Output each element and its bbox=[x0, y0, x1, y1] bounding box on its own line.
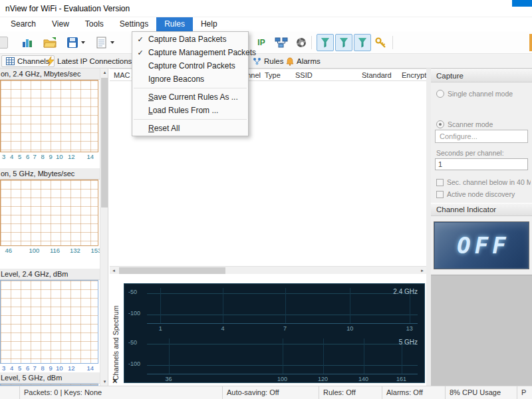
network-button[interactable] bbox=[273, 34, 290, 51]
menu-item-label: Reset All bbox=[148, 124, 248, 133]
grid-line bbox=[323, 338, 324, 374]
save-button[interactable] bbox=[64, 34, 81, 51]
status-rules: Rules: Off bbox=[319, 386, 382, 399]
chart-title: Level, 2.4 GHz, dBm bbox=[0, 269, 100, 280]
capture-panel: Capture Single channel mode Scanner mode… bbox=[431, 68, 532, 386]
save-dropdown-arrow-icon[interactable] bbox=[81, 41, 85, 44]
utilization-24ghz-section: on, 2.4 GHz, Mbytes/sec 3 4 5 6 7 8 9 10… bbox=[0, 68, 100, 161]
configure-button[interactable]: Configure... bbox=[435, 130, 528, 143]
wep-keys-button[interactable] bbox=[372, 34, 390, 51]
close-icon[interactable]: × bbox=[112, 377, 118, 385]
menu-item-capture-data-packets[interactable]: ✓ Capture Data Packets bbox=[132, 33, 248, 46]
spectrum-5ghz-chart: 36 100 120 140 161 -50 -100 5 GHz bbox=[124, 336, 424, 384]
column-encryption[interactable]: Encryption bbox=[402, 71, 426, 79]
grid-line bbox=[160, 288, 161, 323]
floppy-save-icon bbox=[66, 37, 78, 49]
spectrum-side-strip: Channels and Spectrum × bbox=[110, 274, 123, 386]
log-viewer-button[interactable] bbox=[93, 34, 110, 51]
menu-help[interactable]: Help bbox=[193, 17, 225, 31]
column-ssid[interactable]: SSID bbox=[295, 71, 313, 79]
settings-button[interactable] bbox=[293, 34, 310, 51]
rules-diagram-icon bbox=[253, 57, 261, 65]
sec-channel-label: Sec. channel below in 40 MHz bbox=[447, 178, 531, 186]
single-channel-mode-label: Single channel mode bbox=[448, 90, 513, 98]
menu-search[interactable]: Search bbox=[3, 17, 44, 31]
grid-line bbox=[283, 338, 283, 374]
x-tick-label: 132 bbox=[70, 247, 80, 254]
x-axis-ticks: 3 4 5 6 7 8 9 10 12 14 bbox=[0, 364, 100, 372]
scroll-down-icon[interactable]: ▾ bbox=[100, 378, 109, 386]
menu-settings[interactable]: Settings bbox=[112, 17, 156, 31]
seconds-per-channel-input[interactable] bbox=[435, 158, 528, 170]
title-bar: nView for WiFi - Evaluation Version bbox=[0, 0, 532, 17]
x-tick-label: 12 bbox=[68, 364, 75, 372]
status-cpu-usage: 8% CPU Usage bbox=[446, 386, 517, 399]
menu-item-reset-all[interactable]: Reset All bbox=[132, 122, 248, 135]
tab-alarms-label: Alarms bbox=[297, 57, 321, 65]
channel-charts-panel: on, 2.4 GHz, Mbytes/sec 3 4 5 6 7 8 9 10… bbox=[0, 68, 100, 386]
status-bar: Packets: 0 | Keys: None Auto-saving: Off… bbox=[0, 386, 532, 399]
menu-item-load-rules-from[interactable]: Load Rules From ... bbox=[132, 104, 248, 117]
x-tick-label: 14 bbox=[87, 153, 94, 160]
x-tick-label: 4 bbox=[10, 364, 13, 372]
x-tick-label: 1 bbox=[159, 325, 162, 332]
chart-title: on, 2.4 GHz, Mbytes/sec bbox=[0, 68, 100, 80]
menu-view[interactable]: View bbox=[44, 17, 77, 31]
scrollbar-thumb[interactable] bbox=[101, 78, 108, 207]
x-tick-label: 120 bbox=[318, 376, 328, 382]
commview-window: nView for WiFi - Evaluation Version Sear… bbox=[0, 0, 532, 399]
x-tick-label: 9 bbox=[49, 364, 53, 372]
network-icon bbox=[275, 37, 288, 49]
panel-splitter[interactable] bbox=[426, 68, 431, 386]
capture-data-filter-button[interactable] bbox=[317, 34, 334, 51]
x-axis-ticks: 3 4 5 6 7 8 9 10 12 14 bbox=[0, 152, 100, 161]
seconds-per-channel-label: Seconds per channel: bbox=[436, 149, 504, 157]
tab-latest-ip-connections[interactable]: Latest IP Connections bbox=[43, 55, 136, 67]
column-type[interactable]: Type bbox=[265, 71, 281, 79]
channels-and-spectrum-panel: Channels and Spectrum × 1 4 7 10 13 bbox=[110, 274, 426, 386]
log-dropdown-arrow-icon[interactable] bbox=[110, 41, 114, 44]
menu-item-save-current-rules[interactable]: Save Current Rules As ... bbox=[132, 90, 248, 104]
checkbox-icon[interactable] bbox=[436, 191, 444, 198]
toolbar-edge-strip bbox=[529, 34, 532, 51]
toolbar-partial-button[interactable] bbox=[0, 34, 11, 51]
left-panel-scrollbar[interactable]: ▴ ▾ bbox=[100, 68, 108, 386]
open-file-button[interactable] bbox=[41, 34, 59, 51]
single-channel-mode-option[interactable]: Single channel mode bbox=[436, 90, 531, 98]
capture-mgmt-filter-button[interactable] bbox=[335, 34, 352, 51]
sec-channel-option[interactable]: Sec. channel below in 40 MHz bbox=[436, 178, 531, 186]
radio-icon[interactable] bbox=[436, 120, 444, 128]
menu-item-capture-management-packets[interactable]: ✓ Capture Management Packets bbox=[132, 46, 248, 59]
x-tick-label: 5 bbox=[18, 364, 21, 372]
statistics-button[interactable] bbox=[19, 34, 36, 51]
menu-item-label: Capture Data Packets bbox=[148, 35, 248, 44]
x-tick-label: 14 bbox=[87, 364, 94, 372]
menu-tools[interactable]: Tools bbox=[77, 17, 112, 31]
status-auto-saving: Auto-saving: Off bbox=[223, 386, 319, 399]
menu-item-capture-control-packets[interactable]: Capture Control Packets bbox=[132, 59, 248, 72]
tab-alarms[interactable]: Alarms bbox=[282, 55, 325, 67]
scrollbar-thumb[interactable] bbox=[119, 267, 225, 274]
menu-item-ignore-beacons[interactable]: Ignore Beacons bbox=[132, 72, 248, 86]
status-truncated: P bbox=[517, 386, 532, 399]
partial-icon bbox=[0, 37, 8, 49]
scanner-mode-option[interactable]: Scanner mode bbox=[436, 120, 531, 128]
toolbar-separator bbox=[311, 36, 312, 49]
checkbox-icon[interactable] bbox=[436, 179, 444, 186]
menu-item-label: Load Rules From ... bbox=[148, 106, 248, 115]
x-tick-label: 10 bbox=[56, 364, 63, 372]
capture-panel-header: Capture bbox=[431, 69, 532, 82]
x-tick-label: 100 bbox=[29, 247, 40, 254]
grid-line bbox=[285, 288, 286, 323]
capture-ctrl-filter-button[interactable] bbox=[354, 34, 371, 51]
column-standard[interactable]: Standard bbox=[362, 71, 392, 79]
status-alarms: Alarms: Off bbox=[382, 386, 446, 399]
grid-line bbox=[147, 315, 418, 315]
lightning-icon bbox=[47, 57, 55, 66]
menu-rules[interactable]: Rules bbox=[156, 17, 193, 31]
x-tick-label: 116 bbox=[50, 247, 60, 254]
active-node-discovery-option[interactable]: Active node discovery bbox=[436, 190, 531, 198]
radio-icon[interactable] bbox=[436, 90, 444, 98]
scroll-up-icon[interactable]: ▴ bbox=[100, 68, 109, 76]
table-horizontal-scrollbar[interactable]: ◂ ▸ bbox=[110, 266, 426, 274]
